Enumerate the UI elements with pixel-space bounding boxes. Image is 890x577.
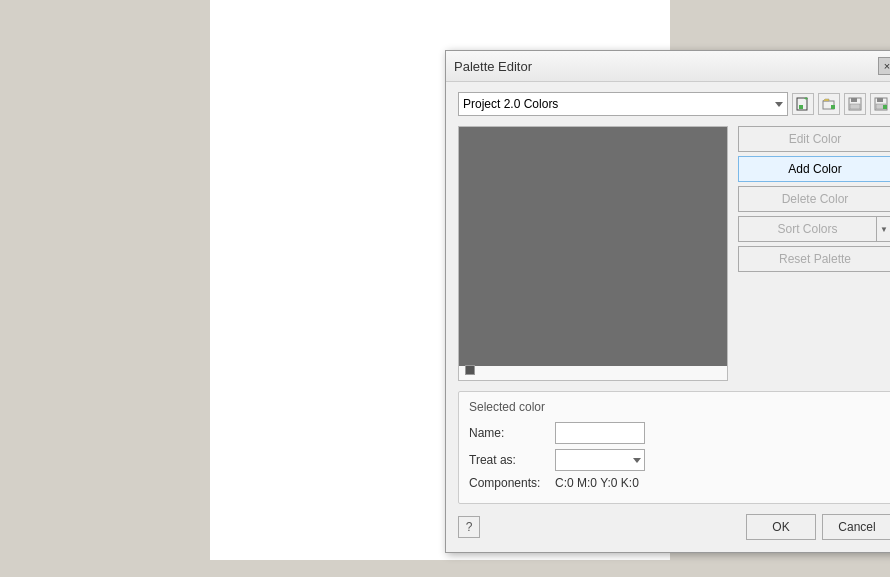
svg-rect-1 (799, 105, 803, 109)
components-row: Components: C:0 M:0 Y:0 K:0 (469, 476, 881, 490)
sort-colors-group: Sort Colors ▼ (738, 216, 890, 242)
edit-color-button[interactable]: Edit Color (738, 126, 890, 152)
dialog-footer: ? OK Cancel (458, 514, 890, 540)
treat-as-select[interactable] (555, 449, 645, 471)
selected-color-title: Selected color (469, 400, 881, 414)
svg-rect-11 (883, 105, 887, 109)
svg-rect-4 (831, 105, 835, 109)
treat-as-label: Treat as: (469, 453, 549, 467)
color-palette-area[interactable] (458, 126, 728, 381)
dialog-titlebar: Palette Editor × (446, 51, 890, 82)
saveas-palette-icon (874, 97, 888, 111)
svg-text:+: + (804, 97, 808, 102)
save-palette-icon (848, 97, 862, 111)
new-palette-icon: + (796, 97, 810, 111)
add-color-button[interactable]: Add Color (738, 156, 890, 182)
palette-white-strip (459, 366, 727, 380)
name-row: Name: (469, 422, 881, 444)
name-label: Name: (469, 426, 549, 440)
side-buttons: Edit Color Add Color Delete Color Sort C… (738, 126, 890, 381)
reset-palette-button[interactable]: Reset Palette (738, 246, 890, 272)
saveas-palette-button[interactable] (870, 93, 890, 115)
sort-colors-button[interactable]: Sort Colors (738, 216, 876, 242)
main-area: Edit Color Add Color Delete Color Sort C… (458, 126, 890, 381)
dialog-title: Palette Editor (454, 59, 532, 74)
new-palette-button[interactable]: + (792, 93, 814, 115)
palette-inner (459, 127, 727, 380)
selected-color-section: Selected color Name: Treat as: Component… (458, 391, 890, 504)
save-palette-button[interactable] (844, 93, 866, 115)
components-value: C:0 M:0 Y:0 K:0 (555, 476, 639, 490)
cancel-button[interactable]: Cancel (822, 514, 890, 540)
open-palette-icon (822, 97, 836, 111)
name-input[interactable] (555, 422, 645, 444)
svg-rect-6 (851, 98, 857, 102)
help-button[interactable]: ? (458, 516, 480, 538)
ok-button[interactable]: OK (746, 514, 816, 540)
palette-select[interactable]: Project 2.0 Colors (458, 92, 788, 116)
delete-color-button[interactable]: Delete Color (738, 186, 890, 212)
sort-colors-arrow[interactable]: ▼ (876, 216, 890, 242)
svg-rect-7 (850, 104, 860, 109)
treat-as-row: Treat as: (469, 449, 881, 471)
close-button[interactable]: × (878, 57, 890, 75)
open-palette-button[interactable] (818, 93, 840, 115)
palette-editor-dialog: Palette Editor × Project 2.0 Colors + (445, 50, 890, 553)
palette-small-swatch (465, 365, 475, 375)
toolbar-row: Project 2.0 Colors + (458, 92, 890, 116)
svg-rect-9 (877, 98, 883, 102)
components-label: Components: (469, 476, 549, 490)
dialog-body: Project 2.0 Colors + (446, 82, 890, 552)
footer-right: OK Cancel (746, 514, 890, 540)
